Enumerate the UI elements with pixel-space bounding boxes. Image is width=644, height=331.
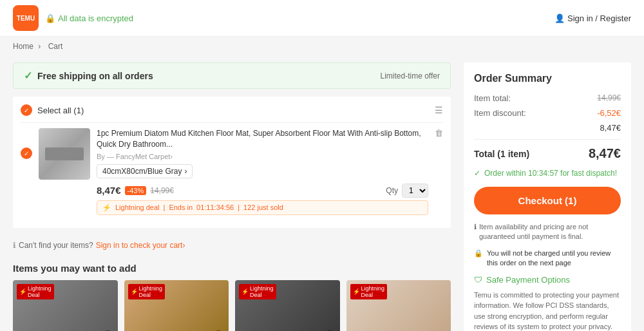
lightning-tag-2: ⚡ LightningDeal	[128, 284, 166, 299]
item-price-row: 8,47€ -43% 14,99€ Qty 1 2 3	[97, 184, 428, 198]
select-all-label: Select all (1)	[37, 106, 84, 115]
summary-title: Order Summary	[474, 73, 621, 84]
select-all-row: ✓ Select all (1) ☰	[21, 104, 443, 116]
encrypted-badge: 🔒 All data is encrypted	[45, 14, 133, 23]
product-image-3: ⚡ LightningDeal ▶ Ends in 01:11:34:55	[235, 280, 340, 331]
item-availability: ℹ Item availability and pricing are not …	[474, 222, 621, 242]
safe-payment: 🛡 Safe Payment Options	[474, 275, 621, 285]
lightning-text-3: LightningDeal	[250, 285, 274, 298]
item-check[interactable]: ✓	[21, 147, 32, 159]
cant-find-text: Can't find your items?	[19, 241, 93, 250]
discount-badge: -43%	[125, 186, 147, 195]
item-image-placeholder	[39, 128, 90, 180]
cant-find: ℹ Can't find your items? Sign in to chec…	[13, 236, 451, 255]
sign-in-label: Sign in / Register	[567, 14, 631, 23]
info-icon-availability: ℹ	[474, 222, 477, 242]
lock-small-icon: 🔒	[474, 249, 483, 258]
lightning-icon-4: ⚡	[353, 288, 360, 295]
lightning-tag-3: ⚡ LightningDeal	[239, 284, 276, 299]
sign-in-button[interactable]: 👤 Sign in / Register	[554, 14, 631, 23]
total-row: Total (1 item) 8,47€	[474, 146, 621, 161]
item-total-label: Item total:	[474, 93, 511, 103]
safe-payment-label: Safe Payment Options	[486, 275, 570, 285]
product-image-4: ⚡ LightningDeal Ends in 02:11:34:55	[346, 280, 451, 331]
select-all[interactable]: ✓ Select all (1)	[21, 104, 84, 116]
right-panel: Order Summary Item total: 14,99€ Item di…	[464, 56, 631, 331]
subtotal-value: 8,47€	[600, 123, 621, 133]
product-card-4[interactable]: ⚡ LightningDeal Ends in 02:11:34:55	[346, 280, 451, 331]
main-layout: ✓ Free shipping on all orders Limited-ti…	[0, 56, 644, 331]
subtotal-row: 8,47€	[474, 123, 621, 133]
just-sold: 122 just sold	[243, 203, 283, 211]
item-checkbox[interactable]: ✓	[21, 147, 32, 159]
order-summary: Order Summary Item total: 14,99€ Item di…	[464, 62, 631, 331]
cart-section: ✓ Select all (1) ☰ ✓ 1pc Premium Diatom …	[13, 97, 451, 228]
ends-in: Ends in	[169, 203, 193, 211]
availability-text: Item availability and pricing are not gu…	[479, 222, 621, 242]
lightning-tag-1: ⚡ LightningDeal	[17, 284, 54, 299]
lightning-text-2: LightningDeal	[139, 285, 163, 298]
ends-in-label: |	[164, 203, 166, 211]
item-variant-selector[interactable]: 40cmX80cm/Blue Gray ›	[97, 164, 193, 178]
may-want-title: Items you may want to add	[13, 263, 451, 274]
shipping-banner: ✓ Free shipping on all orders Limited-ti…	[13, 62, 451, 89]
item-title-link[interactable]: 1pc Premium Diatom Mud Kitchen Floor Mat…	[97, 129, 421, 149]
select-all-checkbox[interactable]: ✓	[21, 104, 32, 116]
item-seller[interactable]: By — FancyMet Carpet›	[97, 153, 428, 160]
qty-row: Qty 1 2 3	[386, 184, 428, 198]
product-image-1: ⚡ LightningDeal ▶ Ends in 01:11:34:55	[13, 280, 118, 331]
item-image	[39, 128, 90, 180]
item-discount-value: -6,52€	[597, 108, 621, 118]
lightning-icon-1: ⚡	[19, 288, 26, 295]
lightning-icon: ⚡	[102, 203, 111, 212]
shipping-text: ✓ Free shipping on all orders	[24, 70, 153, 82]
dispatch-text: Order within 10:34:57 for fast dispatch!	[484, 169, 617, 178]
item-title: 1pc Premium Diatom Mud Kitchen Floor Mat…	[97, 128, 428, 150]
product-card-2[interactable]: ⚡ LightningDeal ▶ Ends in 01:11:34:55	[124, 280, 229, 331]
item-details: 1pc Premium Diatom Mud Kitchen Floor Mat…	[97, 128, 428, 215]
current-price: 8,47€	[97, 185, 121, 196]
breadcrumb-sep: ›	[38, 42, 41, 51]
lightning-tag-4: ⚡ LightningDeal	[350, 284, 388, 299]
header: TEMU 🔒 All data is encrypted 👤 Sign in /…	[0, 0, 644, 37]
total-label: Total (1 item)	[474, 149, 529, 159]
product-card-3[interactable]: ⚡ LightningDeal ▶ Ends in 01:11:34:55	[235, 280, 340, 331]
temu-logo: TEMU	[13, 5, 39, 31]
item-discount-label: Item discount:	[474, 108, 526, 118]
check-dispatch-icon: ✓	[474, 169, 480, 178]
left-panel: ✓ Free shipping on all orders Limited-ti…	[13, 56, 451, 331]
not-charged-notice: 🔒 You will not be charged until you revi…	[474, 249, 621, 269]
qty-select[interactable]: 1 2 3	[402, 184, 428, 198]
user-icon: 👤	[554, 14, 565, 23]
breadcrumb-home[interactable]: Home	[13, 42, 33, 51]
dispatch-notice: ✓ Order within 10:34:57 for fast dispatc…	[474, 169, 621, 178]
header-left: TEMU 🔒 All data is encrypted	[13, 5, 133, 31]
item-total-original: 14,99€	[597, 93, 621, 103]
lightning-deal: ⚡ Lightning deal | Ends in 01:11:34:56 |…	[97, 200, 428, 215]
encrypted-text: All data is encrypted	[58, 14, 133, 23]
lightning-icon-2: ⚡	[131, 288, 138, 295]
sign-in-check-cart[interactable]: Sign in to check your cart›	[96, 241, 185, 250]
check-icon: ✓	[24, 70, 32, 82]
not-charged-text: You will not be charged until you review…	[487, 249, 621, 269]
shipping-label: Free shipping on all orders	[37, 71, 153, 81]
delete-icon[interactable]: 🗑	[435, 128, 443, 138]
checkout-button[interactable]: Checkout (1)	[474, 187, 621, 214]
breadcrumb-cart: Cart	[48, 42, 63, 51]
separator: |	[238, 203, 240, 211]
menu-icon[interactable]: ☰	[435, 105, 443, 115]
shield-icon: 🛡	[474, 275, 482, 285]
limited-offer: Limited-time offer	[381, 71, 440, 80]
lightning-text-4: LightningDeal	[361, 285, 385, 298]
temu-privacy: Temu is committed to protecting your pay…	[474, 290, 621, 331]
chevron-down-icon: ›	[184, 167, 187, 176]
breadcrumb: Home › Cart	[0, 37, 644, 56]
item-discount-row: Item discount: -6,52€	[474, 108, 621, 118]
item-total-row: Item total: 14,99€	[474, 93, 621, 103]
variant-label: 40cmX80cm/Blue Gray	[102, 167, 182, 176]
summary-divider	[474, 139, 621, 140]
lightning-deal-label: Lightning deal	[115, 203, 160, 211]
product-image-2: ⚡ LightningDeal ▶ Ends in 01:11:34:55	[124, 280, 229, 331]
product-card-1[interactable]: ⚡ LightningDeal ▶ Ends in 01:11:34:55	[13, 280, 118, 331]
qty-label: Qty	[386, 186, 398, 195]
